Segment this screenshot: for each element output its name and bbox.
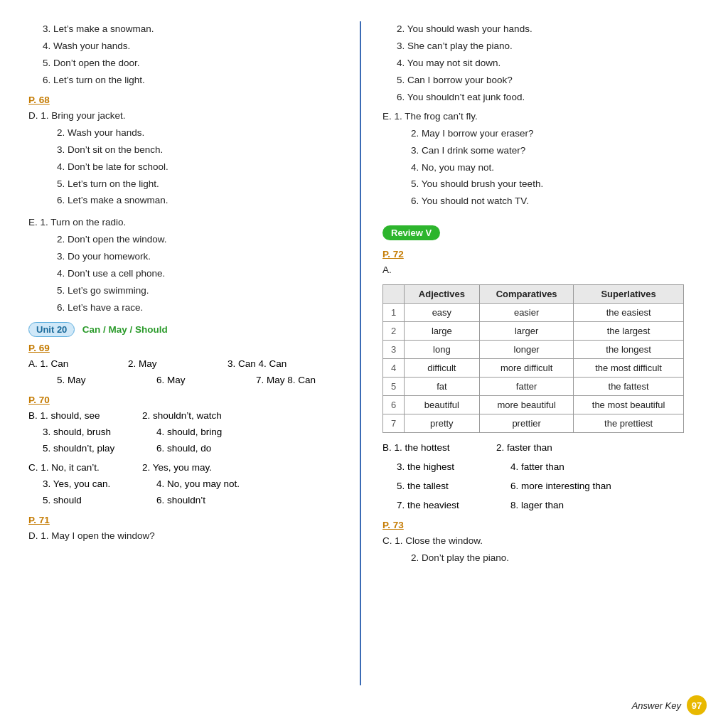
table-row-num: 4 <box>383 359 405 378</box>
page-ref-72: P. 72 <box>382 249 700 259</box>
table-row-num: 7 <box>383 414 405 433</box>
unit-title: Can / May / Should <box>82 324 168 335</box>
page-ref-69: P. 69 <box>28 343 346 353</box>
list-item: B. 1. should, see 2. shouldn’t, watch <box>28 408 346 424</box>
list-item: 5. should 6. shouldn’t <box>43 493 346 509</box>
list-item: 5. Don’t open the door. <box>43 55 346 72</box>
table-cell-comparative: larger <box>479 322 574 341</box>
table-cell-superlative: the longest <box>574 341 683 359</box>
adjectives-table: Adjectives Comparatives Superlatives 1ea… <box>382 284 684 433</box>
table-row: 6beautifulmore beautifulthe most beautif… <box>383 396 684 414</box>
table-header-superlatives: Superlatives <box>574 285 683 304</box>
table-cell-comparative: more beautiful <box>479 396 574 414</box>
list-item: 5. May 6. May 7. May 8. Can <box>57 373 346 389</box>
table-cell-superlative: the largest <box>574 322 683 341</box>
table-row: 3longlongerthe longest <box>383 341 684 359</box>
list-item: C. 1. No, it can’t. 2. Yes, you may. <box>28 460 346 476</box>
table-cell-adjective: beautiful <box>405 396 480 414</box>
page-ref-73: P. 73 <box>382 520 700 530</box>
right-section-b: B. 1. the hottest 2. faster than 3. the … <box>382 440 700 514</box>
list-item: A. 1. Can 2. May 3. Can 4. Can <box>28 356 346 373</box>
list-item: 4. Don’t be late for school. <box>57 159 346 176</box>
table-row: 4difficultmore difficultthe most difficu… <box>383 359 684 378</box>
page-ref-70: P. 70 <box>28 395 346 405</box>
unit-header: Unit 20 Can / May / Should <box>28 322 346 337</box>
right-section-e: E. 1. The frog can’t fly. 2. May I borro… <box>382 109 700 210</box>
list-item: 3. She can’t play the piano. <box>397 38 700 55</box>
list-item: 2. Don’t open the window. <box>57 232 346 248</box>
table-cell-comparative: fatter <box>479 378 574 396</box>
table-cell-superlative: the most beautiful <box>574 396 683 414</box>
list-item: 5. Can I borrow your book? <box>397 73 700 89</box>
table-cell-comparative: more difficult <box>479 359 574 378</box>
list-item: 2. Don’t play the piano. <box>411 550 700 567</box>
list-item: 5. You should brush your teeth. <box>411 176 700 193</box>
section-c-p70: C. 1. No, it can’t. 2. Yes, you may. 3. … <box>28 460 346 509</box>
table-row-num: 3 <box>383 341 405 359</box>
list-item: 4. No, you may not. <box>411 160 700 176</box>
table-cell-adjective: difficult <box>405 359 480 378</box>
table-header-adjectives: Adjectives <box>405 285 480 304</box>
right-column: 2. You should wash your hands. 3. She ca… <box>361 21 700 685</box>
right-section-c: C. 1. Close the window. 2. Don’t play th… <box>382 533 700 567</box>
table-row-num: 5 <box>383 378 405 396</box>
section-b-p70: B. 1. should, see 2. shouldn’t, watch 3.… <box>28 408 346 457</box>
top-items: 3. Let’s make a snowman. 4. Wash your ha… <box>28 21 346 89</box>
list-item: C. 1. Close the window. <box>382 533 700 550</box>
review-section: Review V <box>382 218 700 243</box>
table-row: 1easyeasierthe easiest <box>383 304 684 322</box>
page: 3. Let’s make a snowman. 4. Wash your ha… <box>0 0 728 728</box>
list-item: 3. Do your homework. <box>57 249 346 265</box>
list-item: 5. the tallest 6. more interesting than <box>397 478 700 495</box>
list-item: 3. Don’t sit on the bench. <box>57 142 346 159</box>
table-header-num <box>383 285 405 304</box>
table-header-comparatives: Comparatives <box>479 285 574 304</box>
list-item: 5. Let’s go swimming. <box>57 283 346 299</box>
table-cell-comparative: longer <box>479 341 574 359</box>
list-item: 3. Let’s make a snowman. <box>43 21 346 38</box>
table-cell-adjective: large <box>405 322 480 341</box>
section-e: E. 1. Turn on the radio. 2. Don’t open t… <box>28 215 346 316</box>
list-item: 3. Yes, you can. 4. No, you may not. <box>43 476 346 493</box>
list-item: 6. You should not watch TV. <box>411 193 700 210</box>
list-item: D. 1. May I open the window? <box>28 528 346 545</box>
answer-key-footer: Answer Key 97 <box>632 695 707 715</box>
list-item: 3. should, brush 4. should, bring <box>43 424 346 441</box>
table-row: 2largelargerthe largest <box>383 322 684 341</box>
review-badge: Review V <box>382 225 440 240</box>
page-ref-68: P. 68 <box>28 95 346 105</box>
table-cell-comparative: easier <box>479 304 574 322</box>
list-item: E. 1. The frog can’t fly. <box>382 109 700 125</box>
list-item: B. 1. the hottest 2. faster than <box>382 440 700 456</box>
list-item: 6. Let’s have a race. <box>57 300 346 316</box>
list-item: 4. Don’t use a cell phone. <box>57 266 346 282</box>
table-row-num: 2 <box>383 322 405 341</box>
list-item: 5. Let’s turn on the light. <box>57 176 346 193</box>
list-item: 6. Let’s make a snowman. <box>57 193 346 209</box>
table-cell-superlative: the fattest <box>574 378 683 396</box>
list-item: 2. May I borrow your eraser? <box>411 126 700 142</box>
list-item: 5. shouldn’t, play 6. should, do <box>43 441 346 457</box>
table-row-num: 1 <box>383 304 405 322</box>
left-column: 3. Let’s make a snowman. 4. Wash your ha… <box>28 21 361 685</box>
list-item: 6. Let’s turn on the light. <box>43 73 346 89</box>
table-cell-adjective: long <box>405 341 480 359</box>
table-cell-adjective: fat <box>405 378 480 396</box>
table-cell-superlative: the prettiest <box>574 414 683 433</box>
page-number-badge: 97 <box>687 695 707 715</box>
list-item: 3. the highest 4. fatter than <box>397 459 700 476</box>
section-a-p69: A. 1. Can 2. May 3. Can 4. Can 5. May 6.… <box>28 356 346 389</box>
list-item: E. 1. Turn on the radio. <box>28 215 346 231</box>
list-item: 6. You shouldn’t eat junk food. <box>397 90 700 106</box>
list-item: 2. You should wash your hands. <box>397 21 700 38</box>
table-row: 7prettyprettierthe prettiest <box>383 414 684 433</box>
list-item: 4. You may not sit down. <box>397 55 700 72</box>
table-cell-adjective: easy <box>405 304 480 322</box>
list-item: 7. the heaviest 8. lager than <box>397 498 700 514</box>
table-row-num: 6 <box>383 396 405 414</box>
table-row: 5fatfatterthe fattest <box>383 378 684 396</box>
list-item: 2. Wash your hands. <box>57 125 346 141</box>
section-d: D. 1. Bring your jacket. 2. Wash your ha… <box>28 108 346 210</box>
list-item: 4. Wash your hands. <box>43 38 346 55</box>
page-ref-71: P. 71 <box>28 515 346 525</box>
